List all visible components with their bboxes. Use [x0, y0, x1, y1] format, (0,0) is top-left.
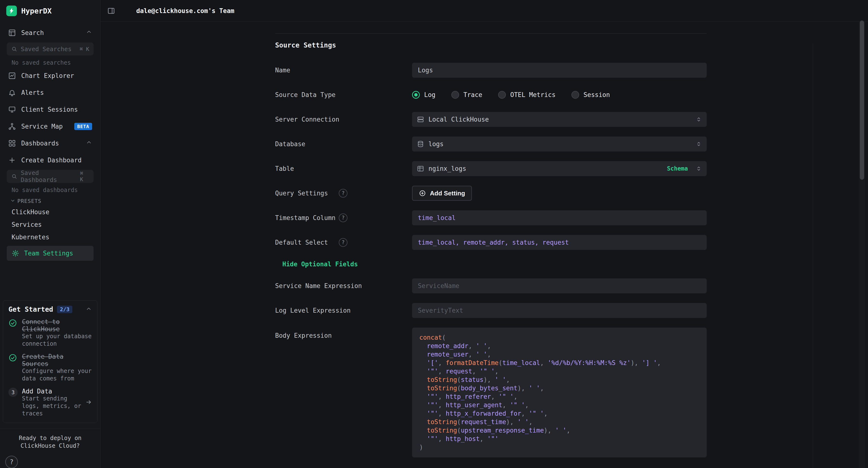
service-map-icon — [8, 122, 16, 130]
sidebar-item-team-settings[interactable]: Team Settings — [7, 246, 94, 261]
get-started-step-add-data[interactable]: 3 Add Data Start sending logs, metrics, … — [8, 388, 92, 417]
radio-session[interactable]: Session — [571, 91, 610, 99]
form-row-name: Name — [275, 63, 707, 78]
preset-item-kubernetes[interactable]: Kubernetes — [3, 231, 97, 243]
page-title: dale@clickhouse.com's Team — [136, 7, 235, 14]
service-name-label: Service Name Expression — [275, 282, 412, 290]
sidebar-item-chart-explorer[interactable]: Chart Explorer — [3, 68, 97, 83]
radio-otel-metrics[interactable]: OTEL Metrics — [498, 91, 556, 99]
table-select[interactable]: nginx_logs Schema — [412, 161, 707, 176]
timestamp-column-label: Timestamp Column ? — [275, 214, 412, 222]
sidebar-item-label: Search — [21, 29, 44, 36]
check-circle-icon — [8, 353, 18, 382]
step-number: 3 — [8, 388, 18, 397]
form-row-server-connection: Server Connection Local ClickHouse — [275, 112, 707, 127]
saved-dashboards-input[interactable]: Saved Dashboards ⌘ K — [7, 170, 94, 183]
database-select[interactable]: logs — [412, 137, 707, 151]
radio-label: Session — [584, 91, 610, 98]
query-settings-label: Query Settings ? — [275, 189, 412, 197]
shortcut-hint: ⌘ K — [80, 170, 89, 182]
sidebar-item-service-map[interactable]: Service Map BETA — [3, 119, 97, 134]
radio-dot — [498, 91, 506, 99]
saved-searches-input[interactable]: Saved Searches ⌘ K — [7, 42, 94, 56]
form-row-timestamp-column: Timestamp Column ? — [275, 210, 707, 225]
radio-log[interactable]: Log — [412, 91, 435, 99]
search-icon — [11, 46, 18, 52]
search-icon — [11, 173, 18, 179]
sidebar-item-client-sessions[interactable]: Client Sessions — [3, 102, 97, 117]
sidebar-item-label: Client Sessions — [21, 106, 78, 113]
collapse-sidebar-icon[interactable] — [107, 7, 115, 15]
topbar: dale@clickhouse.com's Team — [100, 0, 868, 22]
help-button[interactable]: ? — [5, 456, 18, 468]
add-setting-label: Add Setting — [430, 189, 465, 197]
chevron-down-icon — [10, 198, 16, 204]
sidebar-item-label: Dashboards — [21, 140, 59, 147]
log-level-input[interactable] — [412, 303, 707, 318]
form-row-source-data-type: Source Data Type Log Trace OTEL Metrics — [275, 87, 707, 102]
radio-dot — [412, 91, 420, 99]
database-icon — [417, 140, 424, 148]
preset-label: ClickHouse — [11, 208, 50, 216]
main-area: Source Settings Name Source Data Type Lo… — [100, 22, 868, 468]
team-settings-label: Team Settings — [24, 250, 73, 257]
preset-label: Kubernetes — [11, 234, 50, 241]
help-icon[interactable]: ? — [339, 213, 347, 222]
saved-searches-placeholder: Saved Searches — [21, 46, 72, 53]
step-subtitle: Configure where your data comes from — [22, 368, 92, 382]
form-row-table: Table nginx_logs Schema — [275, 161, 707, 176]
sidebar: HyperDX Search Saved Searches ⌘ K No sav… — [0, 0, 100, 468]
dashboards-grid-icon — [8, 140, 16, 147]
hide-optional-fields-link[interactable]: Hide Optional Fields — [282, 261, 358, 268]
content-right-divider — [813, 43, 813, 468]
help-icon[interactable]: ? — [339, 189, 347, 198]
sidebar-item-alerts[interactable]: Alerts — [3, 85, 97, 100]
chevron-up-icon — [86, 306, 92, 313]
name-input[interactable] — [412, 63, 707, 78]
presets-section-header[interactable]: PRESETS — [7, 198, 94, 204]
get-started-header[interactable]: Get Started 2/3 — [8, 305, 92, 313]
form-row-query-settings: Query Settings ? Add Setting — [275, 186, 707, 201]
sidebar-item-search[interactable]: Search — [3, 26, 97, 40]
preset-item-clickhouse[interactable]: ClickHouse — [3, 206, 97, 218]
hyperdx-logo-icon — [6, 5, 17, 16]
server-connection-value: Local ClickHouse — [429, 116, 489, 123]
gear-icon — [11, 250, 19, 257]
timestamp-column-input[interactable] — [412, 210, 707, 225]
check-circle-icon — [8, 318, 18, 348]
help-icon[interactable]: ? — [339, 238, 347, 247]
add-setting-button[interactable]: Add Setting — [412, 186, 472, 201]
scrollbar-thumb[interactable] — [860, 21, 864, 180]
deploy-footer-text: Ready to deploy on ClickHouse Cloud? — [0, 429, 100, 450]
plus-icon — [8, 156, 16, 164]
plus-circle-icon — [419, 189, 426, 197]
beta-badge: BETA — [74, 123, 92, 130]
default-select-input[interactable] — [412, 235, 707, 250]
default-select-label: Default Select ? — [275, 239, 412, 246]
step-subtitle: Start sending logs, metrics, or traces — [22, 395, 81, 417]
database-value: logs — [429, 140, 444, 148]
get-started-step-connect[interactable]: Connect to ClickHouse Set up your databa… — [8, 318, 92, 348]
sidebar-item-dashboards[interactable]: Dashboards — [3, 136, 97, 150]
sidebar-item-label: Alerts — [21, 89, 44, 96]
get-started-step-sources[interactable]: Create Data Sources Configure where your… — [8, 353, 92, 382]
create-dashboard-button[interactable]: Create Dashboard — [3, 153, 97, 168]
arrow-right-icon — [86, 399, 92, 406]
step-title: Connect to ClickHouse — [22, 318, 60, 333]
service-name-input[interactable] — [412, 279, 707, 293]
get-started-card: Get Started 2/3 Connect to ClickHouse Se… — [3, 300, 97, 423]
bell-icon — [8, 89, 16, 96]
select-chevrons-icon — [695, 116, 702, 122]
radio-label: OTEL Metrics — [510, 91, 556, 98]
body-expression-code[interactable]: concat( remote_addr, ' ', remote_user, '… — [412, 328, 707, 458]
presets-label: PRESETS — [18, 198, 41, 204]
get-started-title: Get Started — [8, 305, 53, 313]
radio-trace[interactable]: Trace — [452, 91, 482, 99]
sidebar-item-label: Service Map — [21, 123, 63, 130]
shortcut-hint: ⌘ K — [80, 46, 89, 52]
server-connection-select[interactable]: Local ClickHouse — [412, 112, 707, 127]
schema-link[interactable]: Schema — [667, 165, 688, 172]
log-level-label: Log Level Expression — [275, 307, 412, 314]
preset-item-services[interactable]: Services — [3, 218, 97, 231]
source-data-type-radio-group: Log Trace OTEL Metrics Session — [412, 87, 707, 102]
